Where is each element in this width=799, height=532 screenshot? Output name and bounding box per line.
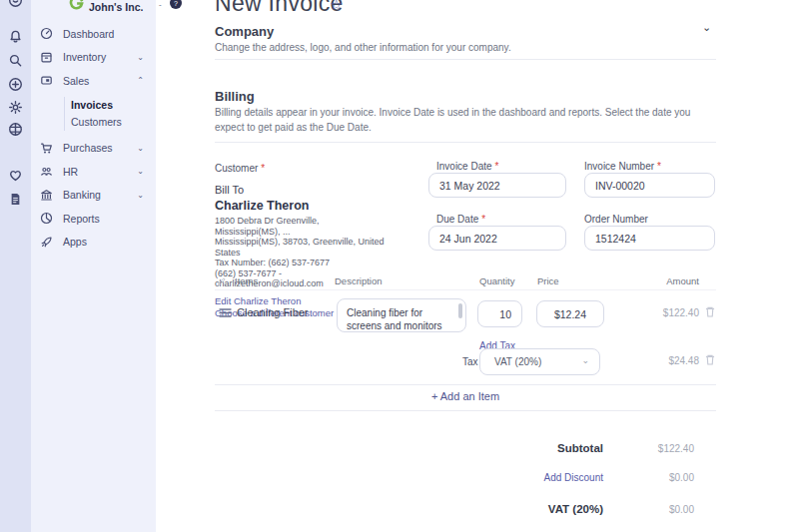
subtotal-value: $122.40 (609, 443, 694, 454)
bell-icon[interactable] (8, 29, 23, 44)
divider (215, 289, 716, 290)
delete-item-icon[interactable] (704, 305, 716, 318)
invoice-date-label: Invoice Date* (436, 161, 499, 172)
customer-address-line2: Mississippi(MS), 38703, Greenville, Unit… (215, 237, 424, 248)
company-section-title: Company (215, 24, 274, 39)
divider (215, 410, 716, 411)
sidebar-item-label: HR (63, 166, 78, 178)
plus-circle-icon[interactable] (8, 77, 23, 92)
divider (215, 59, 716, 60)
order-number-input[interactable] (584, 226, 715, 251)
price-input[interactable] (536, 300, 604, 327)
required-marker: * (261, 163, 265, 174)
divider (215, 142, 716, 143)
sidebar: John's Inc. ˆˇ ? Dashboard Inventory ⌄ S… (31, 0, 156, 532)
rocket-icon (40, 236, 53, 249)
heart-icon[interactable] (8, 168, 23, 183)
dashboard-icon (40, 27, 53, 40)
org-badge[interactable]: ? (170, 0, 182, 9)
delete-tax-icon[interactable] (704, 353, 716, 366)
search-icon[interactable] (8, 53, 23, 68)
sidebar-item-apps[interactable]: Apps (31, 231, 156, 255)
sidebar-nav: Dashboard Inventory ⌄ Sales ⌃ Invoices C… (31, 22, 156, 254)
tax-label: Tax (462, 356, 478, 367)
billing-section-description: Billing details appear in your invoice. … (215, 105, 716, 135)
chevron-down-icon: ⌄ (137, 167, 144, 176)
gear-icon[interactable] (8, 100, 23, 115)
tax-amount: $24.48 (639, 355, 699, 366)
people-icon (40, 165, 53, 178)
vat-label: VAT (20%) (215, 503, 603, 515)
sidebar-item-label: Reports (63, 213, 100, 225)
add-discount-link[interactable]: Add Discount (215, 472, 603, 483)
chevron-down-icon: ⌄ (581, 355, 589, 365)
row-amount: $122.40 (639, 307, 699, 318)
discount-value: $0.00 (609, 472, 694, 483)
document-icon[interactable] (8, 192, 23, 207)
org-switch-chevrons-icon[interactable]: ˆˇ (159, 0, 162, 11)
subtotal-label: Subtotal (215, 442, 603, 454)
new-invoice-page: John's Inc. ˆˇ ? Dashboard Inventory ⌄ S… (0, 0, 799, 532)
sidebar-item-customers[interactable]: Customers (65, 114, 156, 131)
vat-value: $0.00 (609, 504, 694, 515)
avatar-icon[interactable] (8, 0, 23, 8)
sidebar-item-label: Dashboard (63, 28, 114, 40)
inventory-icon (40, 51, 53, 64)
sales-submenu: Invoices Customers (64, 97, 156, 131)
sidebar-item-hr[interactable]: HR ⌄ (31, 160, 156, 184)
sidebar-item-purchases[interactable]: Purchases ⌄ (31, 137, 156, 161)
add-item-button[interactable]: + Add an Item (215, 390, 716, 402)
customer-name: Charlize Theron (215, 199, 424, 213)
chart-icon (40, 212, 53, 225)
textarea-scrollbar[interactable] (458, 303, 462, 318)
order-number-label: Order Number (584, 214, 648, 225)
invoice-number-input[interactable] (584, 173, 715, 198)
favorite-star-icon[interactable]: ☆ (330, 0, 343, 14)
company-logo-icon (69, 0, 84, 11)
company-collapse-icon[interactable]: ⌄ (702, 21, 711, 34)
col-price: Price (537, 275, 559, 286)
invoice-number-label: Invoice Number* (584, 161, 661, 172)
icon-rail (0, 0, 31, 532)
invoice-date-input[interactable] (428, 173, 566, 198)
sidebar-item-label: Inventory (63, 51, 106, 63)
tax-select[interactable]: VAT (20%) ⌄ (479, 348, 600, 375)
drag-handle-icon[interactable] (219, 307, 232, 318)
globe-icon[interactable] (8, 122, 23, 137)
billing-section-title: Billing (215, 89, 255, 104)
sidebar-item-sales[interactable]: Sales ⌃ (31, 69, 156, 93)
customer-label: Customer (215, 163, 258, 174)
org-name: John's Inc. (89, 1, 143, 13)
org-switcher[interactable]: John's Inc. ˆˇ ? (31, 0, 156, 20)
sidebar-item-reports[interactable]: Reports (31, 207, 156, 231)
sidebar-item-label: Sales (63, 75, 89, 87)
sidebar-item-invoices[interactable]: Invoices (65, 97, 156, 114)
quantity-input[interactable] (477, 300, 522, 327)
chevron-down-icon: ⌄ (137, 191, 144, 200)
chevron-down-icon: ⌄ (137, 53, 144, 62)
chevron-down-icon: ⌄ (137, 144, 144, 153)
item-name: Cleaning Fiber (237, 306, 309, 318)
sidebar-item-label: Banking (63, 189, 101, 201)
sidebar-item-label: Apps (63, 236, 87, 248)
col-items: Items (235, 275, 258, 286)
divider (215, 384, 716, 385)
company-section-description: Change the address, logo, and other info… (215, 40, 511, 55)
sidebar-item-inventory[interactable]: Inventory ⌄ (31, 46, 156, 70)
bank-icon (40, 189, 53, 202)
due-date-input[interactable] (428, 226, 566, 251)
customer-tax-number: Tax Number: (662) 537-7677 (215, 258, 424, 268)
sidebar-item-banking[interactable]: Banking ⌄ (31, 184, 156, 208)
sales-icon (40, 74, 53, 87)
col-amount: Amount (659, 275, 699, 286)
item-description-field: Cleaning fiber for screens and monitors (337, 298, 466, 332)
sidebar-item-label: Purchases (63, 142, 113, 154)
bill-to-label: Bill To (215, 184, 424, 196)
chevron-up-icon: ⌃ (137, 76, 144, 85)
customer-address-line1: 1800 Debra Dr Greenville, Mississippi(MS… (215, 216, 380, 237)
col-quantity: Quantity (479, 275, 514, 286)
edit-columns-pencil-icon[interactable] (217, 276, 227, 286)
sidebar-item-dashboard[interactable]: Dashboard (31, 22, 156, 46)
customer-block: Customer* Bill To Charlize Theron 1800 D… (215, 158, 424, 319)
item-description-input[interactable]: Cleaning fiber for screens and monitors (338, 299, 455, 332)
